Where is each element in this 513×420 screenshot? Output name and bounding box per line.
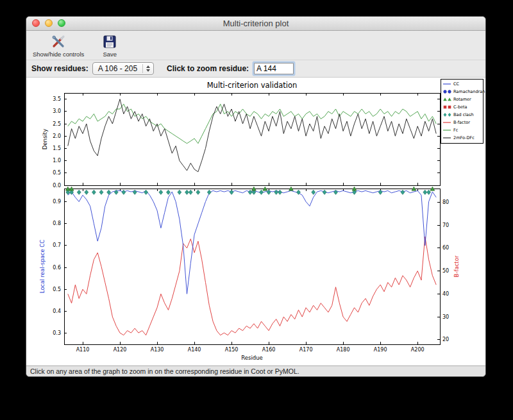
svg-text:A180: A180 bbox=[337, 347, 350, 353]
svg-text:Fc: Fc bbox=[453, 128, 458, 133]
svg-text:1.5: 1.5 bbox=[53, 146, 61, 151]
svg-text:Density: Density bbox=[42, 129, 48, 149]
svg-text:40: 40 bbox=[442, 291, 449, 297]
svg-text:A110: A110 bbox=[76, 347, 90, 353]
plot-area[interactable]: 0.00.51.01.52.02.53.03.50.30.40.50.60.70… bbox=[26, 78, 485, 365]
show-hide-controls-label: Show/hide controls bbox=[33, 51, 84, 58]
status-bar: Click on any area of the graph to zoom i… bbox=[26, 365, 485, 376]
traffic-lights bbox=[32, 19, 65, 27]
zoom-residue-input[interactable] bbox=[254, 63, 294, 74]
multi-criterion-figure[interactable]: 0.00.51.01.52.02.53.03.50.30.40.50.60.70… bbox=[26, 78, 485, 365]
floppy-disk-icon bbox=[102, 33, 117, 50]
show-hide-controls-button[interactable]: Show/hide controls bbox=[33, 33, 84, 58]
svg-text:2.5: 2.5 bbox=[53, 121, 61, 127]
svg-text:0.9: 0.9 bbox=[53, 199, 61, 205]
svg-text:30: 30 bbox=[442, 314, 449, 320]
save-label: Save bbox=[103, 51, 117, 58]
svg-text:20: 20 bbox=[442, 337, 449, 342]
svg-text:0.7: 0.7 bbox=[53, 242, 61, 248]
svg-text:B-factor: B-factor bbox=[453, 255, 460, 277]
svg-text:50: 50 bbox=[442, 268, 449, 274]
show-residues-label: Show residues: bbox=[31, 64, 88, 73]
multi-criterion-plot-window: Multi-criterion plot Show/hide controls bbox=[26, 16, 486, 377]
residue-range-value: A 106 - 205 bbox=[98, 64, 137, 73]
svg-text:3.5: 3.5 bbox=[53, 96, 61, 102]
svg-text:Bad clash: Bad clash bbox=[453, 112, 474, 117]
svg-text:A140: A140 bbox=[188, 347, 201, 353]
crossed-tools-icon bbox=[50, 33, 67, 50]
svg-text:60: 60 bbox=[442, 245, 449, 251]
svg-text:A190: A190 bbox=[374, 347, 387, 353]
svg-text:CC: CC bbox=[453, 81, 460, 87]
svg-text:0.8: 0.8 bbox=[53, 221, 61, 226]
svg-text:0.6: 0.6 bbox=[53, 265, 61, 271]
svg-text:80: 80 bbox=[442, 199, 449, 205]
status-text: Click on any area of the graph to zoom i… bbox=[30, 367, 299, 375]
svg-text:A130: A130 bbox=[151, 347, 164, 353]
window-title: Multi-criterion plot bbox=[26, 17, 485, 30]
svg-text:0.5: 0.5 bbox=[53, 170, 61, 176]
svg-text:0.4: 0.4 bbox=[53, 308, 61, 314]
svg-text:B-factor: B-factor bbox=[453, 120, 470, 125]
svg-text:0.3: 0.3 bbox=[53, 330, 61, 336]
dropdown-stepper-icon bbox=[142, 64, 150, 73]
titlebar[interactable]: Multi-criterion plot bbox=[26, 17, 485, 31]
svg-text:1.0: 1.0 bbox=[53, 158, 61, 164]
svg-text:70: 70 bbox=[442, 223, 449, 228]
minimize-button[interactable] bbox=[45, 19, 53, 27]
svg-text:2.0: 2.0 bbox=[53, 133, 61, 139]
svg-text:Multi-criterion validation: Multi-criterion validation bbox=[207, 81, 298, 90]
close-button[interactable] bbox=[32, 19, 40, 27]
svg-text:0.5: 0.5 bbox=[53, 287, 61, 292]
svg-text:A150: A150 bbox=[225, 347, 239, 353]
svg-text:2mFo-DFc: 2mFo-DFc bbox=[453, 135, 475, 140]
toolbar: Show/hide controls Save bbox=[26, 31, 485, 60]
svg-text:A200: A200 bbox=[411, 347, 425, 353]
controls-row: Show residues: A 106 - 205 Click to zoom… bbox=[26, 60, 485, 78]
svg-text:Residue: Residue bbox=[241, 355, 263, 361]
residue-range-dropdown[interactable]: A 106 - 205 bbox=[92, 62, 154, 75]
svg-text:3.0: 3.0 bbox=[53, 108, 61, 114]
svg-text:C-beta: C-beta bbox=[453, 105, 467, 110]
svg-text:Rotamer: Rotamer bbox=[453, 97, 471, 102]
save-button[interactable]: Save bbox=[102, 33, 117, 58]
svg-text:A160: A160 bbox=[262, 347, 276, 353]
svg-text:A120: A120 bbox=[114, 347, 127, 353]
svg-text:Local real-space CC: Local real-space CC bbox=[39, 240, 46, 293]
zoom-window-button[interactable] bbox=[58, 19, 65, 27]
svg-text:Ramachandran: Ramachandran bbox=[453, 89, 485, 94]
svg-text:0.0: 0.0 bbox=[53, 183, 61, 189]
svg-text:A170: A170 bbox=[299, 347, 313, 353]
zoom-residue-label: Click to zoom residue: bbox=[167, 64, 249, 73]
